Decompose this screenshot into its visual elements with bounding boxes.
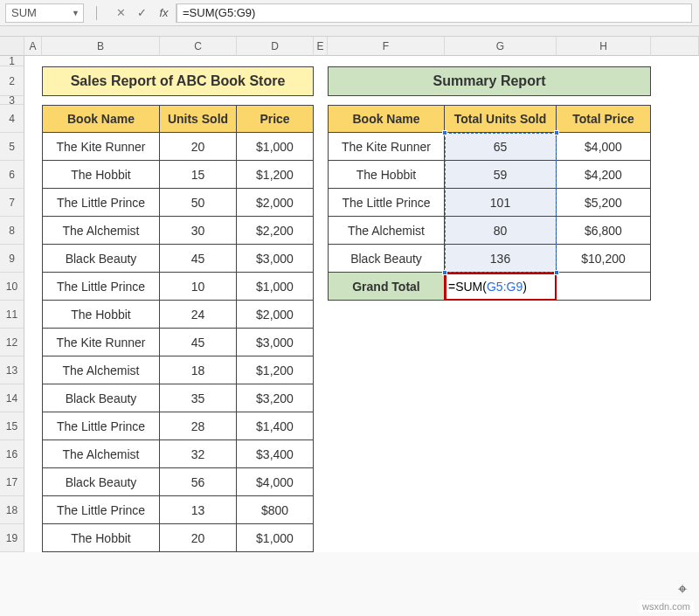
- cell[interactable]: [314, 356, 328, 384]
- cell[interactable]: [445, 96, 557, 105]
- cell[interactable]: [328, 56, 445, 66]
- cell[interactable]: [651, 412, 699, 440]
- cell[interactable]: [651, 273, 699, 301]
- col-header[interactable]: A: [24, 37, 42, 56]
- row-header[interactable]: 18: [0, 496, 24, 524]
- right-header[interactable]: Total Price: [557, 105, 651, 133]
- cell[interactable]: [314, 66, 328, 96]
- cell[interactable]: [328, 301, 445, 329]
- cell[interactable]: $800: [237, 496, 314, 524]
- range-handle[interactable]: [442, 130, 447, 135]
- row-header[interactable]: 5: [0, 133, 24, 161]
- row-header[interactable]: 14: [0, 384, 24, 412]
- cell[interactable]: The Little Prince: [42, 412, 160, 440]
- cell[interactable]: [314, 524, 328, 552]
- cell[interactable]: 24: [160, 301, 237, 329]
- cell[interactable]: Black Beauty: [42, 245, 160, 273]
- cell[interactable]: 20: [160, 133, 237, 161]
- cell[interactable]: [445, 524, 557, 552]
- cell[interactable]: [651, 301, 699, 329]
- left-header[interactable]: Book Name: [42, 105, 160, 133]
- cell[interactable]: $10,200: [557, 245, 651, 273]
- row-header[interactable]: 17: [0, 468, 24, 496]
- cell[interactable]: The Kite Runner: [42, 133, 160, 161]
- left-header[interactable]: Units Sold: [160, 105, 237, 133]
- cell[interactable]: [651, 356, 699, 384]
- cell[interactable]: [314, 105, 328, 133]
- right-table-title[interactable]: Summary Report: [328, 66, 651, 96]
- cell[interactable]: [445, 384, 557, 412]
- cell[interactable]: [314, 412, 328, 440]
- cell[interactable]: Black Beauty: [328, 245, 445, 273]
- cell[interactable]: The Alchemist: [42, 217, 160, 245]
- col-header[interactable]: F: [328, 37, 445, 56]
- cell[interactable]: [24, 56, 42, 66]
- cancel-icon[interactable]: ✕: [110, 6, 131, 19]
- cell[interactable]: 13: [160, 496, 237, 524]
- cell[interactable]: The Alchemist: [42, 356, 160, 384]
- cell[interactable]: [651, 245, 699, 273]
- cell[interactable]: $3,000: [237, 329, 314, 356]
- cell[interactable]: [445, 468, 557, 496]
- row-header[interactable]: 4: [0, 105, 24, 133]
- cell[interactable]: [24, 273, 42, 301]
- cell[interactable]: [651, 133, 699, 161]
- cell[interactable]: [314, 468, 328, 496]
- cell[interactable]: 35: [160, 384, 237, 412]
- row-header[interactable]: 3: [0, 96, 24, 105]
- cell[interactable]: [314, 245, 328, 273]
- cell[interactable]: [24, 217, 42, 245]
- cell[interactable]: $1,400: [237, 412, 314, 440]
- cell[interactable]: [651, 440, 699, 468]
- cell[interactable]: [651, 217, 699, 245]
- cell[interactable]: $1,000: [237, 273, 314, 301]
- range-handle[interactable]: [554, 130, 559, 135]
- cell[interactable]: [557, 273, 651, 301]
- cell[interactable]: 32: [160, 440, 237, 468]
- cell[interactable]: [24, 524, 42, 552]
- cell[interactable]: Black Beauty: [42, 468, 160, 496]
- fx-icon[interactable]: fx: [152, 3, 176, 23]
- cell[interactable]: The Kite Runner: [328, 133, 445, 161]
- left-table-title[interactable]: Sales Report of ABC Book Store: [42, 66, 314, 96]
- cell[interactable]: The Little Prince: [42, 496, 160, 524]
- col-header[interactable]: [651, 37, 699, 56]
- cell[interactable]: 15: [160, 161, 237, 189]
- cell[interactable]: [24, 412, 42, 440]
- cell[interactable]: [328, 496, 445, 524]
- cell[interactable]: [237, 56, 314, 66]
- row-header[interactable]: 2: [0, 66, 24, 96]
- cell[interactable]: [314, 384, 328, 412]
- cell[interactable]: [24, 96, 42, 105]
- cell[interactable]: 50: [160, 189, 237, 217]
- col-header[interactable]: E: [314, 37, 328, 56]
- cell[interactable]: [42, 56, 160, 66]
- chevron-down-icon[interactable]: ▼: [72, 9, 80, 17]
- cell[interactable]: 56: [160, 468, 237, 496]
- row-header[interactable]: 12: [0, 329, 24, 356]
- cell[interactable]: [651, 56, 699, 66]
- cell[interactable]: [328, 412, 445, 440]
- cell[interactable]: $3,000: [237, 245, 314, 273]
- col-header[interactable]: H: [557, 37, 651, 56]
- cell[interactable]: The Hobbit: [42, 161, 160, 189]
- cell[interactable]: [328, 384, 445, 412]
- editing-cell-g10[interactable]: =SUM(G5:G9): [445, 273, 557, 301]
- row-header[interactable]: 8: [0, 217, 24, 245]
- cell[interactable]: [24, 301, 42, 329]
- cell[interactable]: [328, 440, 445, 468]
- cell[interactable]: [445, 301, 557, 329]
- cell[interactable]: $5,200: [557, 189, 651, 217]
- range-handle[interactable]: [554, 270, 559, 275]
- cell[interactable]: [314, 161, 328, 189]
- cell[interactable]: [557, 56, 651, 66]
- grand-total-label[interactable]: Grand Total: [328, 273, 445, 301]
- cell[interactable]: [651, 105, 699, 133]
- cell[interactable]: 45: [160, 245, 237, 273]
- cell[interactable]: [24, 161, 42, 189]
- row-header[interactable]: 6: [0, 161, 24, 189]
- cell[interactable]: [445, 440, 557, 468]
- cell[interactable]: [24, 245, 42, 273]
- range-handle[interactable]: [442, 270, 447, 275]
- cell[interactable]: [328, 329, 445, 356]
